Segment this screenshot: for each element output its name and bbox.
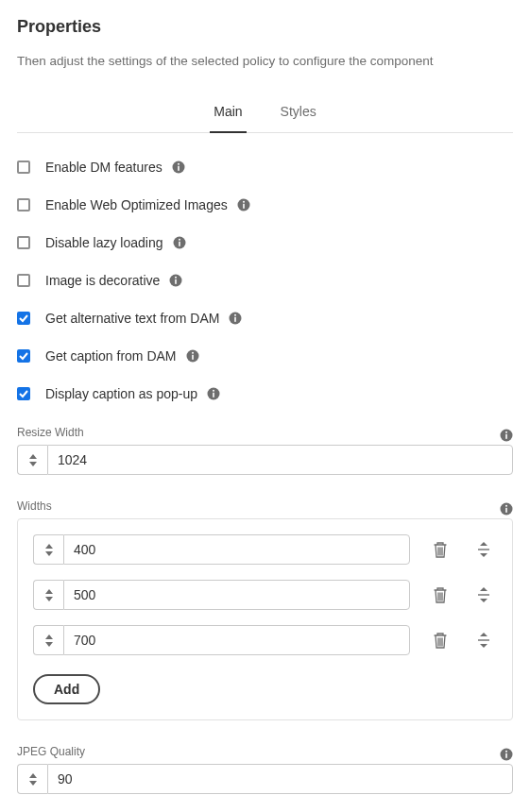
width-row	[33, 580, 497, 610]
svg-point-32	[505, 751, 507, 753]
checkbox-label: Disable lazy loading	[45, 235, 163, 250]
checkbox-decorative[interactable]	[17, 274, 30, 287]
checkbox-label: Display caption as pop-up	[45, 386, 197, 401]
page-subtitle: Then adjust the settings of the selected…	[17, 54, 513, 68]
checkbox-caption-dam[interactable]	[17, 349, 30, 363]
info-icon[interactable]	[229, 312, 242, 325]
cb-row-enable-dm: Enable DM features	[17, 160, 513, 175]
svg-rect-28	[478, 594, 489, 595]
info-icon[interactable]	[169, 274, 182, 287]
cb-row-alt-dam: Get alternative text from DAM	[17, 311, 513, 326]
svg-rect-10	[176, 279, 178, 284]
widths-field: Widths	[17, 499, 513, 720]
checkbox-label: Enable DM features	[45, 160, 162, 175]
resize-width-input[interactable]	[47, 445, 513, 475]
checkbox-label: Get caption from DAM	[45, 348, 177, 364]
jpeg-quality-stepper[interactable]	[17, 764, 47, 794]
resize-width-field: Resize Width	[17, 426, 513, 475]
svg-point-20	[213, 390, 214, 392]
resize-width-label: Resize Width	[17, 426, 84, 439]
widths-label: Widths	[17, 499, 52, 513]
svg-rect-22	[505, 434, 507, 439]
info-icon[interactable]	[173, 236, 186, 249]
svg-point-11	[175, 277, 177, 279]
delete-icon[interactable]	[427, 536, 453, 563]
cb-row-caption-dam: Get caption from DAM	[17, 348, 513, 364]
checkbox-web-opt[interactable]	[17, 198, 30, 211]
info-icon[interactable]	[237, 198, 250, 211]
svg-point-2	[178, 163, 180, 165]
width-stepper[interactable]	[33, 534, 63, 565]
width-stepper[interactable]	[33, 625, 63, 655]
jpeg-quality-input[interactable]	[47, 764, 513, 794]
info-icon[interactable]	[172, 161, 185, 174]
svg-point-8	[179, 239, 180, 241]
width-input[interactable]	[63, 625, 410, 655]
svg-point-14	[234, 314, 236, 316]
svg-rect-27	[478, 549, 489, 550]
reorder-icon[interactable]	[470, 627, 497, 653]
svg-point-17	[192, 352, 194, 354]
checkbox-label: Get alternative text from DAM	[45, 311, 219, 326]
svg-point-5	[243, 201, 245, 203]
tabs: Main Styles	[17, 94, 513, 133]
cb-row-decorative: Image is decorative	[17, 273, 513, 288]
reorder-icon[interactable]	[470, 582, 497, 608]
svg-rect-31	[505, 753, 507, 758]
add-button[interactable]: Add	[33, 674, 100, 704]
tab-main[interactable]: Main	[210, 94, 246, 132]
info-icon[interactable]	[186, 349, 199, 363]
svg-rect-13	[235, 317, 237, 322]
jpeg-quality-field: JPEG Quality	[17, 745, 513, 794]
widths-box: Add	[17, 518, 513, 720]
delete-icon[interactable]	[427, 627, 453, 653]
delete-icon[interactable]	[427, 582, 453, 608]
checkbox-label: Image is decorative	[45, 273, 160, 288]
svg-rect-1	[178, 166, 180, 171]
tab-styles[interactable]: Styles	[277, 94, 320, 132]
info-icon[interactable]	[500, 429, 513, 442]
resize-width-stepper[interactable]	[17, 445, 47, 475]
checkbox-caption-popup[interactable]	[17, 387, 30, 400]
width-row	[33, 534, 497, 565]
cb-row-caption-popup: Display caption as pop-up	[17, 386, 513, 401]
checkbox-disable-lazy[interactable]	[17, 236, 30, 249]
checkbox-enable-dm[interactable]	[17, 161, 30, 174]
checkbox-alt-dam[interactable]	[17, 312, 30, 325]
svg-point-23	[505, 431, 507, 433]
page-title: Properties	[17, 17, 513, 37]
width-row	[33, 625, 497, 655]
info-icon[interactable]	[207, 387, 220, 400]
checkbox-list: Enable DM features Enable Web Optimized …	[17, 160, 513, 401]
width-stepper[interactable]	[33, 580, 63, 610]
svg-rect-29	[478, 639, 489, 640]
svg-rect-4	[243, 204, 245, 209]
info-icon[interactable]	[500, 502, 513, 516]
info-icon[interactable]	[500, 748, 513, 761]
svg-rect-19	[213, 393, 214, 398]
checkbox-label: Enable Web Optimized Images	[45, 197, 228, 212]
svg-rect-25	[505, 508, 507, 513]
reorder-icon[interactable]	[470, 536, 497, 563]
width-input[interactable]	[63, 534, 410, 565]
width-input[interactable]	[63, 580, 410, 610]
cb-row-disable-lazy: Disable lazy loading	[17, 235, 513, 250]
svg-point-26	[505, 505, 507, 507]
cb-row-web-opt: Enable Web Optimized Images	[17, 197, 513, 212]
svg-rect-7	[179, 242, 180, 246]
svg-rect-16	[192, 355, 194, 360]
jpeg-quality-label: JPEG Quality	[17, 745, 85, 758]
